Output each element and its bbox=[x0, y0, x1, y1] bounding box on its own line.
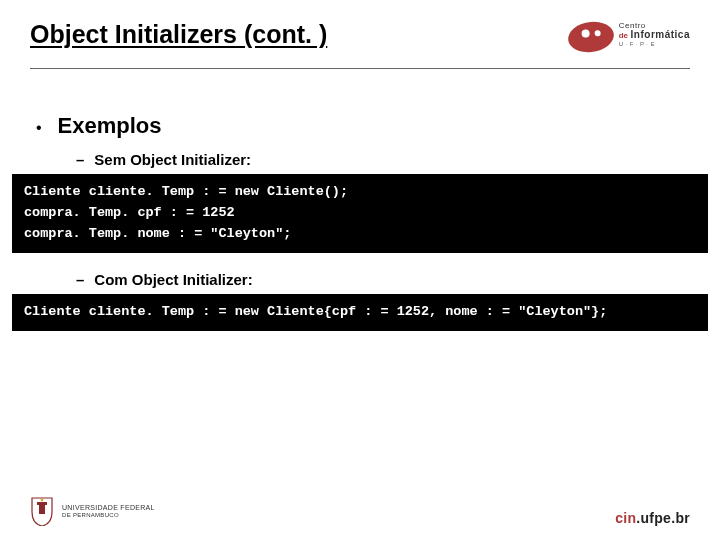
domain-text: .ufpe.br bbox=[636, 510, 690, 526]
ufpe-line1: UNIVERSIDADE FEDERAL bbox=[62, 504, 155, 512]
logo-line2b: Informática bbox=[631, 29, 690, 40]
footer-left: UNIVERSIDADE FEDERAL DE PERNAMBUCO bbox=[30, 496, 155, 526]
logo-centro-informatica: Centro de Informática U · F · P · E bbox=[550, 16, 690, 64]
logo-blob-icon bbox=[567, 20, 616, 55]
section-row: • Exemplos bbox=[36, 113, 690, 151]
header: Object Initializers (cont. ) Centro de I… bbox=[30, 14, 690, 64]
logo-text: Centro de Informática U · F · P · E bbox=[619, 22, 690, 47]
sub2-label: Com Object Initializer: bbox=[94, 271, 252, 288]
svg-point-2 bbox=[41, 499, 44, 502]
code-block-2: Cliente cliente. Temp : = new Cliente{cp… bbox=[12, 294, 708, 331]
sub1-label: Sem Object Initializer: bbox=[94, 151, 251, 168]
section-title: Exemplos bbox=[58, 113, 162, 139]
logo-line3: U · F · P · E bbox=[619, 41, 690, 47]
ufpe-line2: DE PERNAMBUCO bbox=[62, 512, 155, 519]
svg-rect-0 bbox=[39, 504, 45, 514]
page-title: Object Initializers (cont. ) bbox=[30, 14, 327, 49]
sub2-row: – Com Object Initializer: bbox=[30, 271, 690, 288]
divider bbox=[30, 68, 690, 69]
footer-right-url: cin.ufpe.br bbox=[615, 510, 690, 526]
footer: UNIVERSIDADE FEDERAL DE PERNAMBUCO cin.u… bbox=[30, 496, 690, 526]
svg-rect-1 bbox=[37, 502, 47, 505]
code-block-1: Cliente cliente. Temp : = new Cliente();… bbox=[12, 174, 708, 253]
dash-icon: – bbox=[76, 271, 84, 288]
dash-icon: – bbox=[76, 151, 84, 168]
logo-line2a: de bbox=[619, 31, 628, 40]
ufpe-text: UNIVERSIDADE FEDERAL DE PERNAMBUCO bbox=[62, 504, 155, 519]
sub1-row: – Sem Object Initializer: bbox=[30, 151, 690, 168]
slide: Object Initializers (cont. ) Centro de I… bbox=[0, 0, 720, 540]
brand-text: cin bbox=[615, 510, 636, 526]
ufpe-crest-icon bbox=[30, 496, 54, 526]
bullet-icon: • bbox=[36, 120, 42, 136]
